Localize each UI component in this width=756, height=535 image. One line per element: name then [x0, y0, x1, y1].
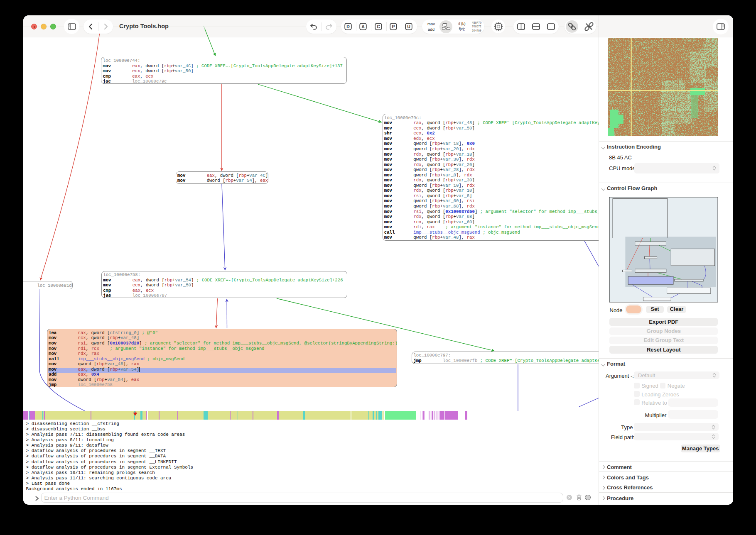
svg-text:D: D: [346, 24, 350, 29]
svg-text:A: A: [361, 24, 365, 29]
svg-text:U: U: [407, 24, 410, 29]
svg-text:P: P: [392, 24, 395, 29]
svg-text:C: C: [377, 24, 380, 29]
